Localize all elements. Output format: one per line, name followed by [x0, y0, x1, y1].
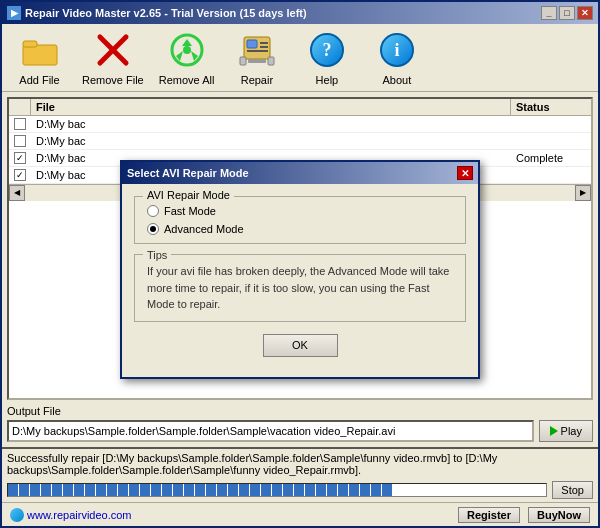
help-icon: ?	[306, 29, 348, 71]
repair-icon	[236, 29, 278, 71]
app-icon: ▶	[7, 6, 21, 20]
title-bar-left: ▶ Repair Video Master v2.65 - Trial Vers…	[7, 6, 307, 20]
avi-repair-dialog: Select AVI Repair Mode ✕ AVI Repair Mode…	[120, 160, 480, 379]
status-text: Successfully repair [D:\My backups\Sampl…	[7, 452, 497, 476]
globe-icon	[10, 508, 24, 522]
add-file-icon	[19, 29, 61, 71]
toolbar: Add File Remove File	[2, 24, 598, 92]
toolbar-remove-all[interactable]: Remove All	[159, 29, 215, 86]
title-controls: _ □ ✕	[541, 6, 593, 20]
website-link[interactable]: www.repairvideo.com	[10, 508, 132, 522]
toolbar-help[interactable]: ? Help	[299, 29, 354, 86]
dialog-overlay: Select AVI Repair Mode ✕ AVI Repair Mode…	[2, 92, 598, 447]
advanced-mode-radio[interactable]	[147, 223, 159, 235]
repair-label: Repair	[241, 74, 273, 86]
tips-legend: Tips	[143, 247, 171, 264]
advanced-mode-row[interactable]: Advanced Mode	[147, 223, 453, 235]
maximize-button[interactable]: □	[559, 6, 575, 20]
svg-point-5	[183, 46, 191, 54]
about-label: About	[383, 74, 412, 86]
bottom-right-buttons: Register BuyNow	[458, 507, 590, 523]
avi-repair-mode-group: AVI Repair Mode Fast Mode Advanced Mode	[134, 196, 466, 244]
dialog-close-button[interactable]: ✕	[457, 166, 473, 180]
toolbar-add-file[interactable]: Add File	[12, 29, 67, 86]
progress-bar	[7, 483, 547, 497]
svg-rect-13	[268, 57, 274, 65]
ok-button[interactable]: OK	[263, 334, 338, 357]
remove-file-label: Remove File	[82, 74, 144, 86]
svg-rect-11	[248, 59, 266, 63]
window-title: Repair Video Master v2.65 - Trial Versio…	[25, 7, 307, 19]
dialog-title: Select AVI Repair Mode	[127, 167, 249, 179]
svg-rect-7	[247, 40, 257, 48]
about-icon: i	[376, 29, 418, 71]
stop-button[interactable]: Stop	[552, 481, 593, 499]
mode-group-legend: AVI Repair Mode	[143, 189, 234, 201]
main-area: File Status D:\My bac D:\My bac D:\My ba…	[2, 92, 598, 447]
svg-rect-1	[23, 41, 37, 47]
buynow-button[interactable]: BuyNow	[528, 507, 590, 523]
tips-group: Tips If your avi file has broken deeply,…	[134, 254, 466, 322]
bottom-bar: www.repairvideo.com Register BuyNow	[2, 502, 598, 526]
dialog-title-bar: Select AVI Repair Mode ✕	[122, 162, 478, 184]
fast-mode-label: Fast Mode	[164, 205, 216, 217]
register-button[interactable]: Register	[458, 507, 520, 523]
toolbar-repair[interactable]: Repair	[229, 29, 284, 86]
remove-file-icon	[92, 29, 134, 71]
tips-text: If your avi file has broken deeply, the …	[147, 265, 449, 310]
help-label: Help	[316, 74, 339, 86]
website-text: www.repairvideo.com	[27, 509, 132, 521]
fast-mode-row[interactable]: Fast Mode	[147, 205, 453, 217]
add-file-label: Add File	[19, 74, 59, 86]
toolbar-about[interactable]: i About	[369, 29, 424, 86]
dialog-body: AVI Repair Mode Fast Mode Advanced Mode …	[122, 184, 478, 377]
svg-rect-0	[23, 45, 57, 65]
dialog-footer: OK	[134, 334, 466, 365]
main-window: ▶ Repair Video Master v2.65 - Trial Vers…	[0, 0, 600, 528]
progress-row: Stop	[7, 481, 593, 499]
remove-all-label: Remove All	[159, 74, 215, 86]
close-button[interactable]: ✕	[577, 6, 593, 20]
svg-rect-12	[240, 57, 246, 65]
advanced-mode-label: Advanced Mode	[164, 223, 244, 235]
toolbar-remove-file[interactable]: Remove File	[82, 29, 144, 86]
minimize-button[interactable]: _	[541, 6, 557, 20]
status-bar: Successfully repair [D:\My backups\Sampl…	[2, 447, 598, 502]
title-bar: ▶ Repair Video Master v2.65 - Trial Vers…	[2, 2, 598, 24]
remove-all-icon	[166, 29, 208, 71]
fast-mode-radio[interactable]	[147, 205, 159, 217]
